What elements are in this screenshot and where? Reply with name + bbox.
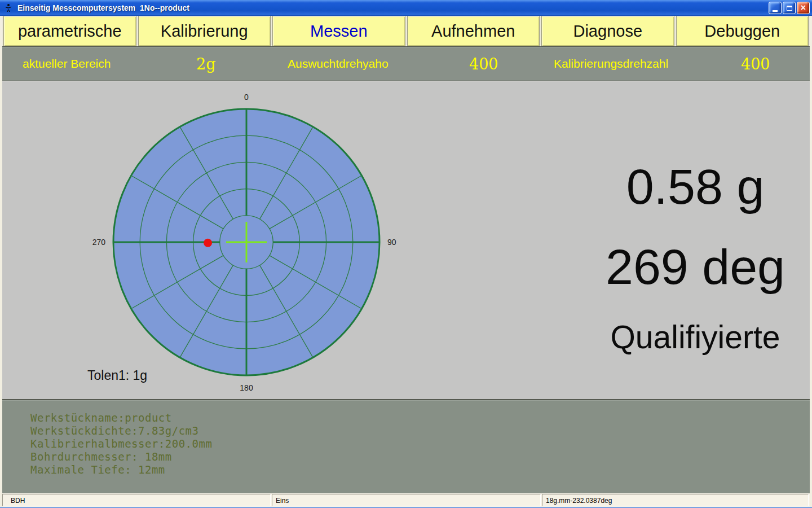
workpiece-info-panel: Werkstückname:productWerkstückdichte:7.8…	[2, 399, 810, 493]
status-section: 18g.mm-232.0387deg	[542, 494, 809, 506]
info-label: Kalibrierungsdrehzahl	[554, 57, 668, 71]
info-value: 400	[741, 55, 770, 73]
window-subtitle: 1No--product	[140, 3, 189, 12]
tab-parametrische[interactable]: parametrische	[3, 16, 136, 46]
close-button[interactable]: ×	[797, 2, 810, 14]
minimize-icon	[773, 10, 778, 12]
restore-button[interactable]	[783, 2, 796, 14]
info-label: Auswuchtdrehyaho	[288, 57, 389, 71]
tab-label: parametrische	[18, 22, 122, 41]
close-icon: ×	[801, 3, 806, 12]
status-bar: BDHEins18g.mm-232.0387deg	[2, 493, 810, 507]
title-bar[interactable]: Einseitig Messcomputersystem 1No--produc…	[0, 0, 812, 16]
unbalance-point	[204, 239, 212, 247]
angle-label: 270	[92, 238, 106, 247]
tab-diagnose[interactable]: Diagnose	[541, 16, 674, 46]
status-section: Eins	[272, 494, 541, 506]
tab-kalibrierung[interactable]: Kalibrierung	[138, 16, 271, 46]
tab-bar: parametrischeKalibrierungMessenAufnehmen…	[2, 16, 810, 46]
tab-label: Kalibrierung	[161, 22, 248, 41]
tab-label: Aufnehmen	[431, 22, 515, 41]
window-controls: ×	[767, 2, 810, 14]
balancer-figure-icon	[4, 3, 13, 12]
angle-label: 0	[244, 93, 249, 102]
minimize-button[interactable]	[769, 2, 782, 14]
window-frame: parametrischeKalibrierungMessenAufnehmen…	[0, 16, 812, 507]
tab-messen[interactable]: Messen	[272, 16, 405, 46]
measurement-area: 090180270 Tolen1: 1g 0.58 g 269 deg Qual…	[2, 81, 810, 399]
tab-debuggen[interactable]: Debuggen	[676, 16, 809, 46]
tab-label: Diagnose	[573, 22, 642, 41]
angle-label: 90	[387, 238, 396, 247]
workpiece-info-line: Werkstückname:product	[30, 411, 810, 424]
angle-label: 180	[240, 383, 253, 392]
info-label: aktueller Bereich	[23, 57, 111, 71]
unbalance-amount: 0.58 g	[591, 158, 800, 216]
workpiece-info-line: Maximale Tiefe: 12mm	[30, 463, 810, 476]
app-window: Einseitig Messcomputersystem 1No--produc…	[0, 0, 812, 508]
workpiece-info-line: Werkstückdichte:7.83g/cm3	[30, 424, 810, 437]
restore-icon	[787, 6, 792, 11]
info-bar: aktueller Bereich2gAuswuchtdrehyaho400Ka…	[2, 46, 810, 81]
measurement-readout: 0.58 g 269 deg Qualifiyierte	[591, 81, 800, 399]
window-title: Einseitig Messcomputersystem	[17, 3, 135, 12]
workpiece-info-line: Bohrdurchmesser: 18mm	[30, 450, 810, 463]
qualification-status: Qualifiyierte	[591, 318, 800, 356]
tab-aufnehmen[interactable]: Aufnehmen	[407, 16, 540, 46]
tab-label: Messen	[310, 22, 368, 41]
workpiece-info-line: Kalibrierhalbmesser:200.0mm	[30, 437, 810, 450]
status-section: BDH	[2, 494, 271, 506]
tab-label: Debuggen	[704, 22, 780, 41]
unbalance-angle: 269 deg	[591, 238, 800, 296]
app-icon	[3, 2, 14, 14]
tolerance-label: Tolen1: 1g	[87, 368, 147, 383]
info-value: 2g	[196, 55, 215, 73]
info-value: 400	[469, 55, 498, 73]
